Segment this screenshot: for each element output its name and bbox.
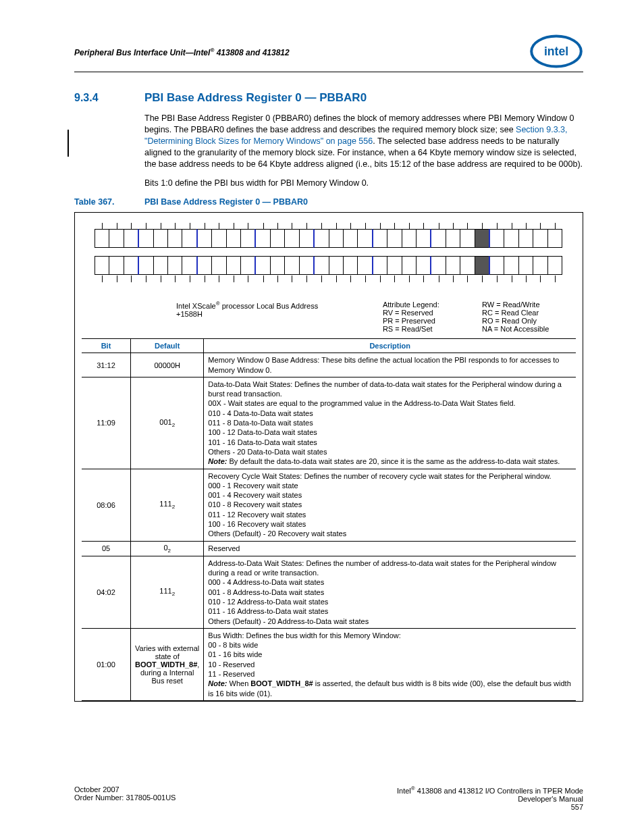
revision-bar	[68, 130, 69, 157]
bit-cell	[313, 229, 329, 248]
page-footer: October 2007 Order Number: 317805-001US …	[74, 785, 583, 811]
bit-cell	[518, 229, 533, 248]
legend-rw: RW = Read/Write	[482, 301, 539, 309]
bit-cell	[329, 229, 344, 248]
cell-desc: Bus Width: Defines the bus width for thi…	[204, 628, 576, 700]
table-header-row: Bit Default Description	[82, 339, 576, 353]
bit-cell	[211, 256, 226, 275]
page-header: Peripheral Bus Interface Unit—Intel® 413…	[74, 34, 583, 72]
bit-cell	[489, 229, 504, 248]
cap-left-b: processor Local Bus Address	[220, 302, 319, 310]
table-row: 11:090012Data-to-Data Wait States: Defin…	[82, 377, 576, 469]
attr-legend-left: Attribute Legend: RV = Reserved PR = Pre…	[383, 301, 463, 333]
bit-cell	[95, 229, 109, 248]
cell-bit: 11:09	[82, 377, 131, 469]
bit-cell	[240, 256, 255, 275]
cell-desc: Memory Window 0 Base Address: These bits…	[204, 353, 576, 377]
bit-cell	[240, 229, 255, 248]
paragraph-2: Bits 1:0 define the PBI bus width for PB…	[144, 178, 583, 189]
cell-desc: Data-to-Data Wait States: Defines the nu…	[204, 377, 576, 469]
th-default: Default	[131, 339, 204, 353]
bit-cell	[416, 229, 431, 248]
bit-cell	[196, 229, 212, 248]
bit-cell	[226, 229, 241, 248]
bit-cell	[446, 256, 460, 275]
bit-cell	[387, 229, 402, 248]
address-caption: Intel XScale® processor Local Bus Addres…	[176, 301, 364, 333]
bit-cell	[504, 229, 518, 248]
bit-cell	[270, 229, 285, 248]
bit-cell	[196, 256, 212, 275]
legend-rs: RS = Read/Set	[383, 325, 433, 333]
cell-default: Varies with external state of BOOT_WIDTH…	[131, 628, 204, 700]
th-desc: Description	[204, 339, 576, 353]
cell-bit: 05	[82, 541, 131, 556]
bit-cell	[138, 256, 153, 275]
bit-cell	[167, 256, 182, 275]
footer-left: October 2007 Order Number: 317805-001US	[74, 785, 176, 811]
bit-cell	[430, 229, 446, 248]
register-table: Bit Default Description 31:1200000HMemor…	[82, 338, 576, 701]
bit-cell	[533, 256, 547, 275]
cell-default: 1112	[131, 556, 204, 628]
running-title: Peripheral Bus Interface Unit—Intel® 413…	[74, 34, 290, 57]
table-caption: Table 367. PBI Base Address Register 0 —…	[74, 197, 583, 207]
bit-cell	[124, 256, 138, 275]
bit-cell	[226, 256, 241, 275]
bit-cell	[182, 256, 196, 275]
bit-cell	[402, 256, 417, 275]
footer-r1a: Intel	[397, 787, 411, 795]
bitfield-diagram	[95, 221, 562, 295]
bit-cell	[402, 229, 417, 248]
bit-cell	[357, 256, 372, 275]
bit-cell	[460, 229, 475, 248]
bit-cell	[109, 229, 124, 248]
paragraph-1: The PBI Base Address Register 0 (PBBAR0)…	[144, 113, 583, 170]
cell-default: 0012	[131, 377, 204, 469]
footer-right: Intel® 413808 and 413812 I/O Controllers…	[397, 785, 583, 811]
cell-bit: 01:00	[82, 628, 131, 700]
bit-cell	[124, 229, 138, 248]
section-number: 9.3.4	[74, 92, 144, 104]
bit-cell	[430, 256, 446, 275]
table-row: 31:1200000HMemory Window 0 Base Address:…	[82, 353, 576, 377]
bit-cell	[211, 229, 226, 248]
bit-cell	[372, 229, 387, 248]
bit-cell	[547, 229, 562, 248]
bit-cell	[357, 229, 372, 248]
table-row: 08:061112Recovery Cycle Wait States: Def…	[82, 469, 576, 541]
legend-title: Attribute Legend:	[383, 301, 439, 309]
footer-r1b: 413808 and 413812 I/O Controllers in TPE…	[415, 787, 583, 795]
bit-cell	[109, 256, 124, 275]
cell-default: 00000H	[131, 353, 204, 377]
cell-bit: 31:12	[82, 353, 131, 377]
bit-cell	[153, 229, 168, 248]
bit-cell	[254, 229, 270, 248]
legend-ro: RO = Read Only	[482, 317, 537, 325]
bit-cell	[153, 256, 168, 275]
bit-cell	[313, 256, 329, 275]
bit-cell	[270, 256, 285, 275]
bit-cell	[504, 256, 518, 275]
cell-desc: Address-to-Data Wait States: Defines the…	[204, 556, 576, 628]
table-number: Table 367.	[74, 197, 144, 207]
attr-legend-right: RW = Read/Write RC = Read Clear RO = Rea…	[482, 301, 576, 333]
section-heading: 9.3.4 PBI Base Address Register 0 — PBBA…	[74, 91, 583, 105]
running-title-post: 413808 and 413812	[214, 48, 289, 57]
bit-cell	[167, 229, 182, 248]
footer-order: Order Number: 317805-001US	[74, 793, 176, 802]
bit-cell	[446, 229, 460, 248]
section-title: PBI Base Address Register 0 — PBBAR0	[144, 91, 367, 105]
legend-rc: RC = Read Clear	[482, 309, 539, 317]
bit-cell	[547, 256, 562, 275]
legend-pr: PR = Preserved	[383, 317, 435, 325]
bit-cell	[343, 229, 358, 248]
bit-cell	[284, 229, 299, 248]
bit-cell	[138, 229, 153, 248]
bit-cell	[533, 229, 547, 248]
cell-bit: 08:06	[82, 469, 131, 541]
bit-cell	[182, 229, 196, 248]
bit-cell	[475, 256, 489, 275]
bit-cell	[95, 256, 109, 275]
para1-a: The PBI Base Address Register 0 (PBBAR0)…	[144, 113, 574, 134]
